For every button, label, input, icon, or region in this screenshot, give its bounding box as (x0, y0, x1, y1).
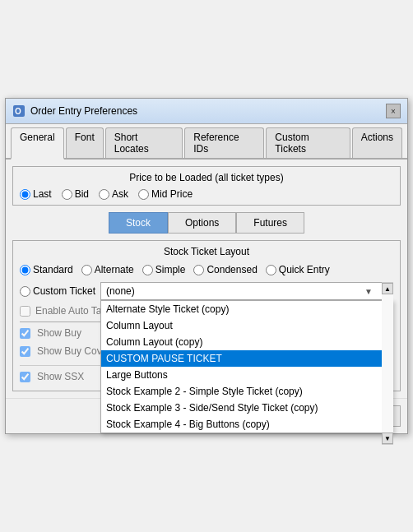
main-window: O Order Entry Preferences × General Font… (5, 98, 408, 434)
scroll-track (382, 294, 393, 433)
show-buy-cover-label: Show Buy Cover (37, 345, 110, 357)
show-buy-cover-checkbox[interactable] (20, 346, 30, 357)
dropdown-item-3[interactable]: CUSTOM PAUSE TICKET (101, 350, 392, 367)
radio-alternate[interactable]: Alternate (81, 264, 134, 275)
scroll-down-button[interactable]: ▼ (382, 433, 393, 444)
dropdown-item-4[interactable]: Large Buttons (101, 367, 392, 383)
close-button[interactable]: × (386, 104, 401, 118)
show-ssx-row: Show SSX (20, 371, 84, 382)
radio-mid[interactable]: Mid Price (138, 188, 193, 200)
dropdown-item-7[interactable]: Stock Example 4 - Big Buttons (copy) (101, 416, 392, 433)
custom-ticket-row: Custom Ticket (none) ▼ Alternate Style T… (20, 282, 393, 300)
show-buy-cover-row: Show Buy Cover (20, 345, 110, 357)
enable-auto-tab-label: Enable Auto Tab (35, 305, 107, 317)
dropdown-display[interactable]: (none) ▼ (100, 282, 393, 300)
futures-button[interactable]: Futures (236, 212, 304, 234)
tab-font[interactable]: Font (66, 127, 104, 158)
show-ssx-label: Show SSX (37, 371, 84, 382)
window-title: Order Entry Preferences (30, 105, 137, 117)
tab-short-locates[interactable]: Short Locates (105, 127, 183, 158)
tab-bar: General Font Short Locates Reference IDs… (6, 124, 407, 160)
content-area: Price to be Loaded (all ticket types) La… (6, 160, 407, 398)
radio-bid[interactable]: Bid (62, 188, 89, 200)
radio-last[interactable]: Last (20, 188, 52, 200)
tab-actions[interactable]: Actions (352, 127, 402, 158)
stock-layout-group: Stock Ticket Layout Standard Alternate S… (12, 240, 401, 391)
dropdown-item-6[interactable]: Stock Example 3 - Side/Send Style Ticket… (101, 400, 392, 416)
title-bar: O Order Entry Preferences × (6, 99, 407, 124)
app-icon: O (12, 104, 26, 118)
radio-simple[interactable]: Simple (142, 264, 186, 275)
svg-text:O: O (15, 107, 21, 116)
show-buy-checkbox[interactable] (20, 328, 30, 339)
show-buy-row: Show Buy (20, 327, 81, 339)
price-radio-row: Last Bid Ask Mid Price (20, 188, 393, 200)
dropdown-arrow-icon: ▼ (364, 287, 373, 296)
radio-ask[interactable]: Ask (99, 188, 128, 200)
dropdown-list: Alternate Style Ticket (copy) Column Lay… (100, 300, 393, 433)
dropdown-value: (none) (106, 285, 135, 297)
dropdown-item-5[interactable]: Stock Example 2 - Simple Style Ticket (c… (101, 383, 392, 400)
show-buy-label: Show Buy (37, 327, 81, 339)
stock-layout-title: Stock Ticket Layout (20, 246, 393, 257)
custom-ticket-dropdown[interactable]: (none) ▼ Alternate Style Ticket (copy) C… (100, 282, 393, 300)
radio-custom-ticket[interactable]: Custom Ticket (20, 285, 95, 297)
tab-general[interactable]: General (11, 127, 64, 160)
scroll-up-button[interactable]: ▲ (382, 283, 393, 294)
layout-radio-row: Standard Alternate Simple Condensed Quic… (20, 264, 393, 275)
show-ssx-checkbox[interactable] (20, 372, 30, 382)
stock-button[interactable]: Stock (109, 212, 168, 234)
tab-custom-tickets[interactable]: Custom Tickets (266, 127, 350, 158)
radio-condensed[interactable]: Condensed (193, 264, 257, 275)
dropdown-scrollbar: ▲ ▼ (382, 282, 393, 445)
price-group-title: Price to be Loaded (all ticket types) (20, 172, 393, 183)
dropdown-item-2[interactable]: Column Layout (copy) (101, 334, 392, 350)
dropdown-item-1[interactable]: Column Layout (101, 317, 392, 334)
radio-quick-entry[interactable]: Quick Entry (266, 264, 330, 275)
dropdown-item-0[interactable]: Alternate Style Ticket (copy) (101, 301, 392, 317)
tab-reference-ids[interactable]: Reference IDs (184, 127, 264, 158)
price-group: Price to be Loaded (all ticket types) La… (12, 166, 401, 206)
enable-auto-tab-checkbox[interactable] (20, 306, 30, 317)
title-bar-left: O Order Entry Preferences (12, 104, 137, 118)
options-button[interactable]: Options (168, 212, 236, 234)
asset-button-group: Stock Options Futures (12, 212, 401, 234)
radio-standard[interactable]: Standard (20, 264, 73, 275)
